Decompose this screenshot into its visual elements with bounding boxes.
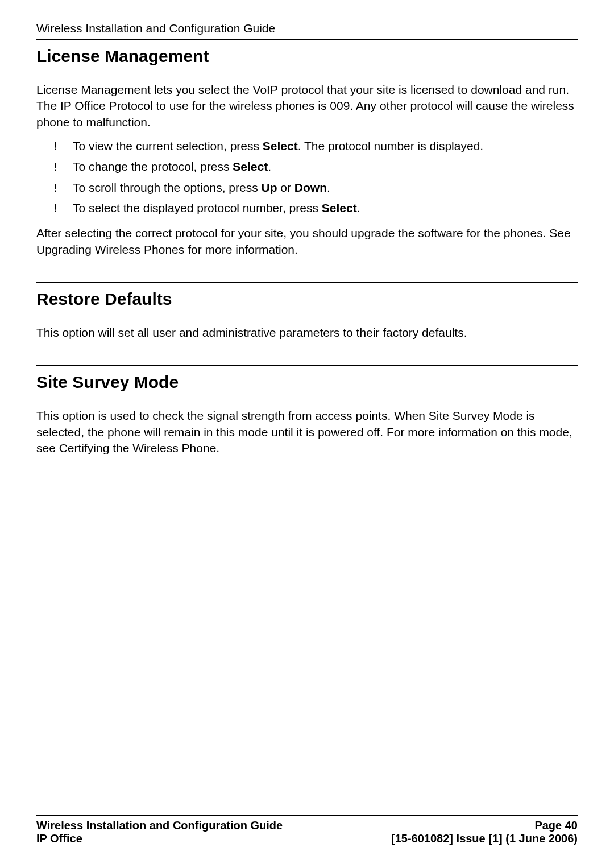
bullet-icon: ! — [53, 159, 73, 175]
bold-text: Down — [294, 181, 327, 194]
bold-text: Select — [233, 160, 268, 173]
footer-right-1: Page 40 — [534, 819, 578, 832]
list-item: ! To scroll through the options, press U… — [53, 180, 578, 196]
text-part: To change the protocol, press — [73, 160, 233, 173]
section-divider — [36, 282, 578, 283]
bullet-list: ! To view the current selection, press S… — [36, 138, 578, 216]
page-footer: Wireless Installation and Configuration … — [36, 815, 578, 845]
bold-text: Select — [322, 201, 357, 214]
list-text: To select the displayed protocol number,… — [73, 200, 578, 216]
list-text: To change the protocol, press Select. — [73, 159, 578, 175]
text-part: or — [277, 181, 294, 194]
list-item: ! To change the protocol, press Select. — [53, 159, 578, 175]
footer-row-2: IP Office [15-601082] Issue [1] (1 June … — [36, 832, 578, 845]
intro-license-management: License Management lets you select the V… — [36, 82, 578, 130]
section-divider — [36, 365, 578, 366]
list-text: To scroll through the options, press Up … — [73, 180, 578, 196]
footer-row-1: Wireless Installation and Configuration … — [36, 819, 578, 832]
text-part: To scroll through the options, press — [73, 181, 262, 194]
list-text: To view the current selection, press Sel… — [73, 138, 578, 154]
bullet-icon: ! — [53, 200, 73, 216]
heading-site-survey: Site Survey Mode — [36, 373, 578, 392]
bullet-icon: ! — [53, 180, 73, 196]
outro-license-management: After selecting the correct protocol for… — [36, 225, 578, 258]
heading-license-management: License Management — [36, 47, 578, 66]
body-site-survey: This option is used to check the signal … — [36, 408, 578, 456]
heading-restore-defaults: Restore Defaults — [36, 290, 578, 309]
footer-divider — [36, 815, 578, 816]
bullet-icon: ! — [53, 138, 73, 154]
text-part: To view the current selection, press — [73, 139, 263, 152]
footer-left-1: Wireless Installation and Configuration … — [36, 819, 283, 832]
text-part: To select the displayed protocol number,… — [73, 201, 322, 214]
bold-text: Select — [263, 139, 298, 152]
footer-right-2: [15-601082] Issue [1] (1 June 2006) — [391, 832, 578, 845]
list-item: ! To select the displayed protocol numbe… — [53, 200, 578, 216]
body-restore-defaults: This option will set all user and admini… — [36, 325, 578, 341]
text-part: . — [268, 160, 271, 173]
page-header-title: Wireless Installation and Configuration … — [36, 22, 578, 40]
footer-left-2: IP Office — [36, 832, 82, 845]
text-part: . The protocol number is displayed. — [298, 139, 483, 152]
text-part: . — [357, 201, 360, 214]
text-part: . — [327, 181, 330, 194]
bold-text: Up — [262, 181, 277, 194]
list-item: ! To view the current selection, press S… — [53, 138, 578, 154]
